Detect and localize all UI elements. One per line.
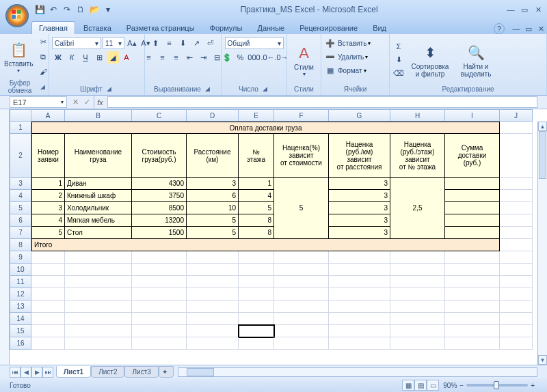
cell[interactable] — [132, 313, 187, 325]
prev-sheet-icon[interactable]: ◀ — [21, 367, 31, 378]
cancel-formula-icon[interactable]: ✕ — [70, 97, 81, 108]
qat-customize-icon[interactable]: ▾ — [103, 4, 114, 15]
cell[interactable]: 8500 — [132, 202, 187, 214]
row-header[interactable]: 15 — [10, 325, 31, 337]
tab-review[interactable]: Рецензирование — [293, 22, 364, 34]
cell[interactable] — [132, 288, 187, 300]
cell[interactable] — [500, 190, 533, 202]
cell[interactable] — [445, 325, 500, 337]
row-header[interactable]: 12 — [10, 288, 31, 300]
cell[interactable] — [500, 178, 533, 190]
cell[interactable]: Холодильник — [65, 202, 132, 214]
cell[interactable]: Наценка (руб./этаж) зависит от № этажа — [390, 134, 445, 178]
copy-icon[interactable]: ⧉ — [37, 51, 49, 63]
cell[interactable]: Оплата доставки груза — [31, 122, 500, 134]
cell[interactable] — [31, 288, 65, 300]
bold-button[interactable]: Ж — [52, 51, 64, 64]
percent-icon[interactable]: % — [235, 51, 247, 64]
cell[interactable] — [445, 251, 500, 264]
fill-icon[interactable]: ⬇ — [392, 54, 405, 66]
number-launcher-icon[interactable]: ◢ — [261, 85, 269, 93]
zoom-out-icon[interactable]: − — [459, 382, 464, 389]
cell[interactable] — [390, 288, 445, 300]
cell[interactable] — [445, 300, 500, 313]
cell[interactable] — [445, 227, 500, 239]
cell[interactable] — [187, 276, 239, 288]
cell[interactable] — [329, 300, 390, 313]
cell[interactable] — [187, 325, 239, 337]
cell[interactable] — [390, 313, 445, 325]
cell[interactable] — [65, 300, 132, 313]
cell[interactable] — [31, 325, 65, 337]
cell[interactable] — [132, 300, 187, 313]
cell[interactable] — [445, 202, 500, 214]
next-sheet-icon[interactable]: ▶ — [31, 367, 42, 378]
redo-icon[interactable]: ↷ — [62, 4, 72, 15]
cell[interactable]: 13200 — [132, 214, 187, 227]
sheet-tab-2[interactable]: Лист2 — [91, 366, 124, 378]
row-header[interactable]: 9 — [10, 251, 31, 264]
cell[interactable] — [274, 300, 329, 313]
cell[interactable]: Книжный шкаф — [65, 190, 132, 202]
align-left-icon[interactable]: ≡ — [143, 51, 155, 64]
col-header[interactable]: E — [239, 109, 274, 122]
wrap-text-icon[interactable]: ⏎ — [204, 37, 217, 49]
cell[interactable]: 2 — [31, 190, 65, 202]
cell[interactable] — [500, 337, 533, 350]
cell[interactable]: 4 — [31, 214, 65, 227]
cut-icon[interactable]: ✂ — [37, 36, 49, 48]
cell[interactable] — [445, 288, 500, 300]
cell[interactable] — [239, 264, 274, 276]
cell[interactable] — [445, 190, 500, 202]
sheet-tab-3[interactable]: Лист3 — [124, 366, 158, 378]
hscroll-thumb[interactable] — [187, 368, 214, 376]
cell[interactable]: 3 — [329, 202, 390, 214]
cell[interactable] — [500, 202, 533, 214]
doc-close-button[interactable]: ✕ — [535, 23, 547, 34]
cell[interactable]: Номер заявки — [31, 134, 65, 178]
horizontal-scrollbar[interactable] — [178, 367, 537, 377]
cell[interactable]: 1 — [239, 178, 274, 190]
cell[interactable] — [31, 300, 65, 313]
cell[interactable] — [65, 288, 132, 300]
cells-delete-button[interactable]: ➖Удалить▾ — [324, 51, 368, 63]
tab-layout[interactable]: Разметка страницы — [120, 22, 202, 34]
grow-font-icon[interactable]: A▴ — [126, 37, 138, 49]
font-size-select[interactable]: 11▾ — [103, 37, 124, 49]
number-format-select[interactable]: Общий▾ — [225, 37, 284, 49]
styles-button[interactable]: A Стили ▾ — [290, 42, 318, 79]
col-header[interactable]: C — [132, 109, 187, 122]
font-name-select[interactable]: Calibri▾ — [52, 37, 101, 49]
cell[interactable]: 1 — [31, 178, 65, 190]
increase-indent-icon[interactable]: ⇥ — [198, 51, 210, 64]
align-top-icon[interactable]: ⬆ — [150, 37, 162, 49]
cell[interactable]: 5 — [187, 214, 239, 227]
new-sheet-icon[interactable]: ✦ — [159, 366, 174, 378]
cell[interactable]: 5 — [274, 178, 329, 239]
cell[interactable]: Наценка (руб./км) зависит от расстояния — [329, 134, 390, 178]
cell[interactable] — [31, 313, 65, 325]
clear-icon[interactable]: ⌫ — [392, 68, 405, 80]
cell[interactable] — [500, 276, 533, 288]
cell[interactable] — [445, 313, 500, 325]
row-header[interactable]: 2 — [10, 134, 31, 178]
cell[interactable] — [239, 300, 274, 313]
enter-formula-icon[interactable]: ✓ — [81, 97, 92, 108]
cell[interactable] — [500, 122, 533, 134]
cell[interactable]: 2,5 — [390, 178, 445, 239]
cell[interactable] — [31, 276, 65, 288]
cell[interactable] — [329, 313, 390, 325]
cell[interactable] — [500, 300, 533, 313]
open-icon[interactable]: 📂 — [89, 4, 100, 15]
cell[interactable] — [329, 276, 390, 288]
align-middle-icon[interactable]: ≡ — [163, 37, 176, 49]
cell[interactable] — [329, 264, 390, 276]
cell[interactable] — [500, 264, 533, 276]
cell[interactable]: Расстояние (км) — [187, 134, 239, 178]
cell[interactable]: 3 — [187, 178, 239, 190]
col-header[interactable]: J — [500, 109, 533, 122]
row-header[interactable]: 16 — [10, 337, 31, 350]
cell[interactable] — [274, 276, 329, 288]
cell[interactable] — [65, 325, 132, 337]
cell[interactable] — [239, 288, 274, 300]
